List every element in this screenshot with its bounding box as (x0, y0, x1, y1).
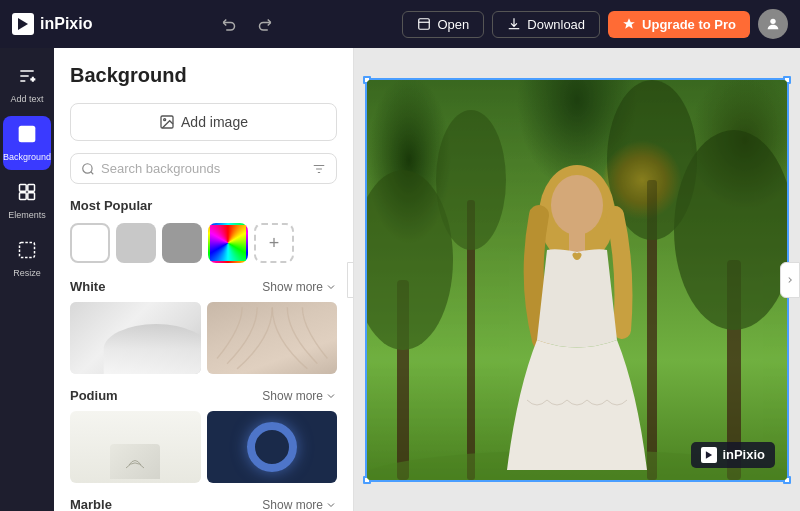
swatch-white[interactable] (70, 223, 110, 263)
woman-figure (487, 160, 667, 480)
svg-rect-3 (19, 126, 36, 143)
watermark-icon (701, 447, 717, 463)
background-icon (17, 124, 37, 149)
marble-category-header: Marble Show more (70, 497, 337, 511)
podium-bg-thumb-2[interactable] (207, 411, 338, 483)
canvas-area: inPixio (354, 48, 800, 511)
white-bg-thumb-2[interactable] (207, 302, 338, 374)
canvas-image[interactable]: inPixio (367, 80, 787, 480)
search-input[interactable] (101, 161, 306, 176)
podium-category-header: Podium Show more (70, 388, 337, 403)
white-show-more[interactable]: Show more (262, 280, 337, 294)
watermark: inPixio (691, 442, 775, 468)
svg-marker-0 (18, 18, 28, 30)
swatch-rainbow[interactable] (208, 223, 248, 263)
svg-rect-5 (28, 185, 35, 192)
logo-icon (12, 13, 34, 35)
undo-button[interactable] (217, 11, 243, 37)
add-text-label: Add text (10, 94, 43, 104)
undo-redo-group (217, 11, 277, 37)
elements-icon (17, 182, 37, 207)
color-swatches: + (70, 223, 337, 263)
svg-rect-1 (419, 19, 430, 30)
tool-elements[interactable]: Elements (3, 174, 51, 228)
swatch-add[interactable]: + (254, 223, 294, 263)
panel-collapse-button[interactable] (347, 262, 354, 298)
redo-button[interactable] (251, 11, 277, 37)
avatar[interactable] (758, 9, 788, 39)
white-bg-thumb-1[interactable] (70, 302, 201, 374)
filter-icon[interactable] (312, 162, 326, 176)
ring-decoration (247, 422, 297, 472)
marble-category-name: Marble (70, 497, 112, 511)
svg-point-11 (83, 163, 92, 172)
swatch-light-gray[interactable] (116, 223, 156, 263)
white-bg-grid (70, 302, 337, 374)
svg-point-10 (164, 119, 166, 121)
tool-resize[interactable]: Resize (3, 232, 51, 286)
podium-bg-thumb-1[interactable] (70, 411, 201, 483)
download-button[interactable]: Download (492, 11, 600, 38)
marble-show-more[interactable]: Show more (262, 498, 337, 512)
open-button[interactable]: Open (402, 11, 484, 38)
header-center (217, 11, 277, 37)
white-category-header: White Show more (70, 279, 337, 294)
add-text-icon (17, 66, 37, 91)
search-bar (70, 153, 337, 184)
logo: inPixio (12, 13, 92, 35)
upgrade-button[interactable]: Upgrade to Pro (608, 11, 750, 38)
svg-rect-7 (28, 193, 35, 200)
svg-rect-4 (20, 185, 27, 192)
svg-point-2 (770, 19, 775, 24)
svg-point-22 (551, 175, 603, 235)
header: inPixio Open Down (0, 0, 800, 48)
search-icon (81, 162, 95, 176)
add-image-button[interactable]: Add image (70, 103, 337, 141)
white-category-name: White (70, 279, 105, 294)
podium-show-more[interactable]: Show more (262, 389, 337, 403)
swatch-gray[interactable] (162, 223, 202, 263)
svg-rect-6 (20, 193, 27, 200)
main-layout: Add text Background Elements (0, 48, 800, 511)
tool-background[interactable]: Background (3, 116, 51, 170)
svg-rect-8 (20, 243, 35, 258)
right-collapse-button[interactable] (780, 262, 800, 298)
podium-bg-grid (70, 411, 337, 483)
canvas-wrapper: inPixio (367, 80, 787, 480)
toolbar: Add text Background Elements (0, 48, 54, 511)
elements-label: Elements (8, 210, 46, 220)
logo-text: inPixio (40, 15, 92, 33)
background-panel: Background Add image Most Popular (54, 48, 354, 511)
resize-label: Resize (13, 268, 41, 278)
header-actions: Open Download Upgrade to Pro (402, 9, 788, 39)
svg-marker-24 (706, 451, 712, 459)
panel-title: Background (70, 64, 337, 87)
most-popular-label: Most Popular (70, 198, 337, 213)
podium-category-name: Podium (70, 388, 118, 403)
svg-rect-23 (569, 232, 585, 252)
resize-icon (17, 240, 37, 265)
background-label: Background (3, 152, 51, 162)
tool-add-text[interactable]: Add text (3, 58, 51, 112)
